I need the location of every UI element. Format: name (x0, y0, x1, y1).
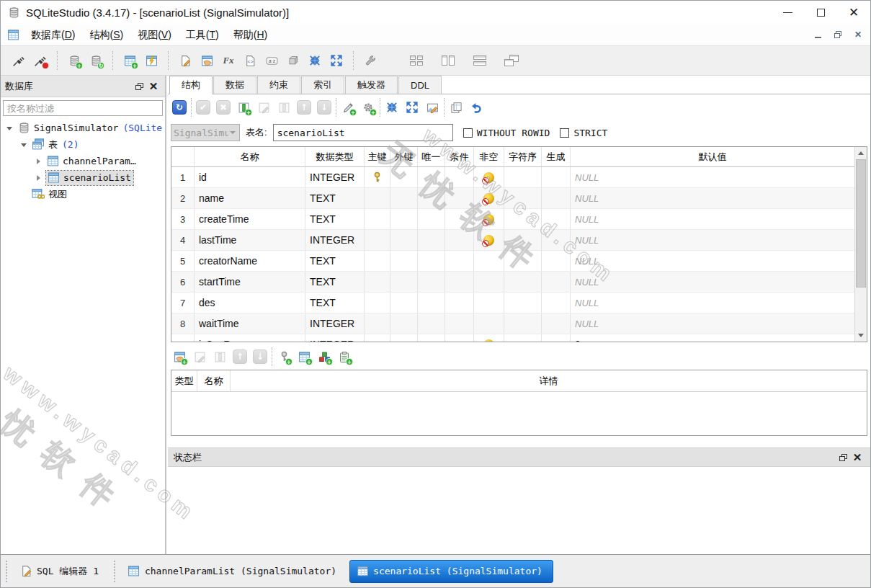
foreign-key-cell[interactable] (390, 313, 418, 334)
mdi-close-button[interactable]: ✕ (850, 28, 866, 41)
vertical-scrollbar[interactable] (854, 147, 867, 342)
selected-tree-item[interactable]: scenarioList (46, 171, 133, 185)
not-null-cell[interactable] (474, 334, 504, 342)
strict-option[interactable]: STRICT (560, 128, 607, 138)
configuration-icon[interactable] (359, 50, 381, 71)
menu-item-t[interactable]: 工具(T) (179, 26, 226, 43)
default-value-cell[interactable]: NULL (571, 167, 854, 187)
tab-约束[interactable]: 约束 (257, 76, 300, 94)
float-panel-icon[interactable] (132, 80, 146, 93)
collate-cell[interactable] (504, 313, 542, 334)
open-sql-script-icon[interactable]: <> (239, 50, 261, 71)
tree-item-channelparam[interactable]: channelParam… (1, 153, 165, 169)
unique-cell[interactable] (418, 313, 445, 334)
generated-cell[interactable] (542, 313, 571, 334)
column-type-cell[interactable]: TEXT (305, 188, 365, 208)
menu-item-s[interactable]: 结构(S) (82, 26, 130, 43)
column-row-name[interactable]: 2nameTEXTNULL (171, 188, 854, 209)
without-rowid-option[interactable]: WITHOUT ROWID (463, 128, 550, 138)
column-header[interactable]: 默认值 (571, 147, 854, 166)
foreign-key-cell[interactable] (390, 209, 418, 229)
check-cell[interactable] (445, 188, 474, 208)
check-cell[interactable] (445, 313, 474, 334)
collate-cell[interactable] (504, 209, 542, 229)
check-cell[interactable] (445, 334, 474, 342)
mdi-restore-button[interactable] (830, 28, 846, 41)
column-row-startTime[interactable]: 6startTimeTEXTNULL (171, 272, 854, 293)
generated-cell[interactable] (542, 167, 571, 187)
not-null-cell[interactable] (474, 167, 504, 187)
default-value-cell[interactable]: 0 (571, 334, 854, 342)
not-null-cell[interactable] (474, 209, 504, 229)
export-icon[interactable] (326, 50, 347, 71)
primary-key-cell[interactable] (365, 230, 390, 250)
table-name-input[interactable] (273, 124, 453, 141)
add-unique-icon[interactable]: + (314, 347, 334, 366)
check-cell[interactable] (445, 272, 474, 292)
default-value-cell[interactable]: NULL (571, 313, 854, 334)
column-type-cell[interactable]: TEXT (305, 293, 365, 313)
tile-windows-horizontally-icon[interactable] (469, 50, 491, 71)
close-status-icon[interactable]: ✕ (850, 451, 865, 464)
unique-cell[interactable] (418, 209, 445, 229)
tab-结构[interactable]: 结构 (169, 76, 213, 94)
unique-cell[interactable] (418, 188, 445, 208)
tree-item-[interactable]: 表 (2) (1, 136, 165, 153)
primary-key-cell[interactable] (365, 334, 390, 342)
collate-cell[interactable] (504, 272, 542, 292)
unique-cell[interactable] (418, 167, 445, 187)
column-type-cell[interactable]: INTEGER (305, 167, 365, 187)
column-row-isSynRun[interactable]: 9isSynRunINTEGER0 (171, 334, 854, 342)
add-primary-key-icon[interactable]: + (274, 347, 294, 366)
new-table-icon[interactable]: + (119, 50, 140, 71)
default-value-cell[interactable]: NULL (571, 293, 854, 313)
mdi-minimize-button[interactable] (810, 28, 826, 41)
check-cell[interactable] (445, 230, 474, 250)
collate-cell[interactable] (504, 293, 542, 313)
float-status-icon[interactable] (836, 451, 850, 464)
scrollbar-thumb[interactable] (856, 159, 866, 288)
close-panel-icon[interactable]: ✕ (146, 80, 161, 93)
column-row-id[interactable]: 1idINTEGERNULL (171, 167, 854, 188)
not-null-cell[interactable] (474, 293, 504, 313)
tab-ddl[interactable]: DDL (398, 76, 442, 94)
unique-cell[interactable] (418, 272, 445, 292)
add-foreign-key-icon[interactable]: + (294, 347, 314, 366)
add-constraint-icon[interactable]: + (358, 97, 378, 117)
foreign-key-cell[interactable] (390, 188, 418, 208)
generated-cell[interactable] (542, 272, 571, 292)
not-null-cell[interactable] (474, 188, 504, 208)
tile-windows-icon[interactable] (406, 50, 427, 71)
column-header[interactable]: 外键 (390, 147, 418, 166)
taskbar-tab-3[interactable]: scenarioList (SignalSimulator) (349, 560, 553, 583)
check-cell[interactable] (445, 293, 474, 313)
taskbar-tab-1[interactable]: SQL 编辑器 1 (14, 560, 109, 583)
disconnect-database-icon[interactable] (30, 50, 51, 71)
chevron-down-icon[interactable] (19, 140, 30, 150)
populate-table-icon[interactable] (422, 97, 442, 117)
column-type-cell[interactable]: TEXT (305, 272, 365, 292)
strict-checkbox[interactable] (560, 128, 569, 138)
foreign-key-cell[interactable] (390, 230, 418, 250)
tab-索引[interactable]: 索引 (301, 76, 344, 94)
cascade-windows-icon[interactable] (501, 50, 522, 71)
create-similar-table-icon[interactable] (446, 97, 466, 117)
collate-cell[interactable] (504, 334, 542, 342)
generated-cell[interactable] (542, 188, 571, 208)
unique-cell[interactable] (418, 251, 445, 271)
foreign-key-cell[interactable] (390, 293, 418, 313)
refresh-databases-icon[interactable]: ↻ (85, 50, 107, 71)
tree-item-signalsimulator[interactable]: SignalSimulator (SQLite (1, 120, 165, 136)
tile-windows-vertically-icon[interactable] (437, 50, 459, 71)
tab-触发器[interactable]: 触发器 (345, 76, 398, 94)
without-rowid-checkbox[interactable] (463, 128, 473, 138)
menu-item-h[interactable]: 帮助(H) (226, 26, 274, 43)
column-type-cell[interactable]: TEXT (305, 251, 365, 271)
tree-item-scenariolist[interactable]: scenarioList (1, 169, 165, 186)
foreign-key-cell[interactable] (390, 167, 418, 187)
collate-cell[interactable] (504, 167, 542, 187)
taskbar-tab-2[interactable]: channelParamList (SignalSimulator) (122, 560, 347, 583)
chevron-right-icon[interactable] (34, 156, 44, 166)
default-value-cell[interactable]: NULL (571, 251, 854, 271)
primary-key-cell[interactable] (365, 313, 390, 334)
